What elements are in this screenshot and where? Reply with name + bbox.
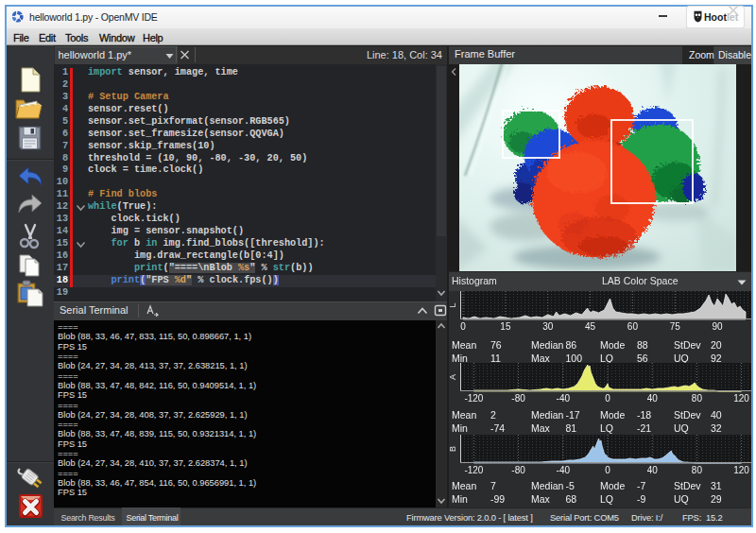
svg-text:-17: -17 bbox=[566, 409, 580, 421]
svg-text:-80: -80 bbox=[511, 465, 525, 475]
svg-text:LQ: LQ bbox=[600, 352, 613, 364]
svg-text:68: 68 bbox=[566, 493, 577, 505]
svg-text:81: 81 bbox=[566, 422, 577, 434]
svg-text:Mean: Mean bbox=[452, 480, 476, 491]
svg-text:Min: Min bbox=[452, 493, 468, 505]
svg-text:Mode: Mode bbox=[600, 480, 625, 491]
svg-text:Max: Max bbox=[531, 352, 551, 364]
svg-text:Max: Max bbox=[531, 493, 551, 505]
svg-text:0: 0 bbox=[605, 465, 610, 475]
svg-text:Median: Median bbox=[531, 409, 564, 421]
svg-text:LQ: LQ bbox=[600, 422, 613, 434]
svg-text:40: 40 bbox=[647, 465, 659, 475]
svg-text:32: 32 bbox=[711, 422, 722, 434]
svg-text:-7: -7 bbox=[637, 480, 645, 491]
svg-text:Max: Max bbox=[531, 422, 551, 434]
svg-text:-120: -120 bbox=[464, 393, 483, 404]
svg-text:-9: -9 bbox=[637, 493, 645, 505]
svg-text:-40: -40 bbox=[557, 393, 571, 404]
svg-text:120: 120 bbox=[733, 393, 749, 404]
svg-text:L: L bbox=[449, 302, 457, 307]
svg-text:2: 2 bbox=[490, 409, 496, 421]
svg-text:A: A bbox=[449, 374, 457, 380]
svg-text:UQ: UQ bbox=[674, 493, 689, 505]
svg-text:29: 29 bbox=[711, 493, 722, 505]
svg-text:88: 88 bbox=[637, 339, 648, 351]
svg-text:Mode: Mode bbox=[600, 409, 625, 421]
svg-text:80: 80 bbox=[692, 393, 703, 404]
svg-text:Min: Min bbox=[452, 422, 468, 434]
svg-text:100: 100 bbox=[566, 352, 583, 364]
svg-text:40: 40 bbox=[647, 393, 659, 404]
svg-text:Min: Min bbox=[452, 352, 468, 364]
svg-text:90: 90 bbox=[713, 321, 724, 332]
svg-text:StDev: StDev bbox=[674, 339, 701, 351]
svg-text:Median: Median bbox=[531, 339, 564, 351]
svg-text:40: 40 bbox=[711, 409, 722, 421]
svg-text:Median: Median bbox=[531, 480, 564, 491]
svg-text:Mean: Mean bbox=[452, 409, 476, 421]
svg-text:-5: -5 bbox=[566, 480, 575, 491]
svg-text:-80: -80 bbox=[511, 393, 525, 404]
svg-text:30: 30 bbox=[542, 321, 554, 332]
svg-text:20: 20 bbox=[711, 339, 722, 351]
svg-text:Mode: Mode bbox=[600, 339, 625, 351]
svg-text:11: 11 bbox=[490, 352, 501, 364]
svg-text:31: 31 bbox=[711, 480, 722, 491]
svg-text:0: 0 bbox=[460, 321, 466, 332]
svg-text:-40: -40 bbox=[557, 465, 571, 475]
svg-text:-99: -99 bbox=[490, 493, 505, 505]
svg-text:92: 92 bbox=[711, 352, 722, 364]
svg-text:86: 86 bbox=[566, 339, 577, 351]
svg-text:-18: -18 bbox=[637, 409, 651, 421]
svg-text:76: 76 bbox=[490, 339, 502, 351]
svg-text:-120: -120 bbox=[464, 465, 483, 475]
svg-text:StDev: StDev bbox=[674, 480, 701, 491]
svg-text:-74: -74 bbox=[490, 422, 505, 434]
svg-text:45: 45 bbox=[585, 321, 596, 332]
svg-text:15: 15 bbox=[500, 321, 511, 332]
svg-text:UQ: UQ bbox=[674, 422, 689, 434]
svg-text:-21: -21 bbox=[637, 422, 651, 434]
svg-text:120: 120 bbox=[733, 465, 749, 475]
svg-text:StDev: StDev bbox=[674, 409, 701, 421]
svg-text:80: 80 bbox=[692, 465, 703, 475]
svg-text:B: B bbox=[449, 446, 457, 452]
svg-text:60: 60 bbox=[627, 321, 639, 332]
svg-text:LQ: LQ bbox=[600, 493, 613, 505]
svg-text:Mean: Mean bbox=[452, 339, 476, 351]
svg-text:75: 75 bbox=[670, 321, 681, 332]
svg-text:UQ: UQ bbox=[674, 352, 689, 364]
svg-text:56: 56 bbox=[637, 352, 648, 364]
svg-text:0: 0 bbox=[605, 393, 610, 404]
svg-text:7: 7 bbox=[490, 480, 496, 491]
